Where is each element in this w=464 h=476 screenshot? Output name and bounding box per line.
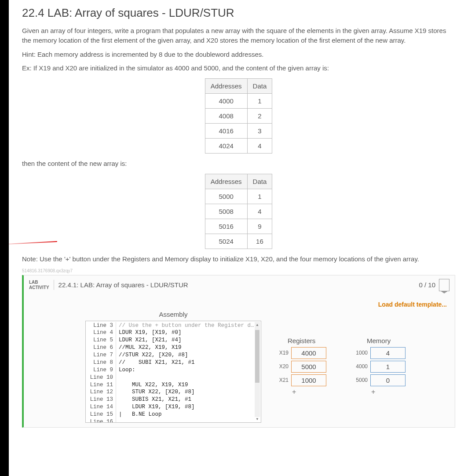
- assembly-line[interactable]: Line 3// Use the + button under the Regi…: [86, 322, 261, 330]
- memory-value[interactable]: 1: [370, 361, 406, 373]
- hint-paragraph: Hint: Each memory address is incremented…: [22, 50, 455, 59]
- line-number: Line 5: [86, 337, 116, 344]
- scroll-down-arrow-icon[interactable]: ▼: [255, 417, 260, 421]
- line-code[interactable]: // Use the + button under the Register d…: [116, 322, 254, 330]
- register-label: X19: [274, 350, 289, 356]
- scroll-up-arrow-icon[interactable]: ▲: [255, 323, 260, 327]
- memory-label: 5000: [354, 377, 368, 383]
- memory-label: 1000: [354, 350, 368, 356]
- score-badge-icon: [439, 279, 449, 291]
- register-value[interactable]: 5000: [291, 361, 326, 373]
- line-number: Line 14: [86, 403, 116, 411]
- load-default-template-link[interactable]: Load default template...: [24, 295, 455, 311]
- assembly-line[interactable]: Line 5LDUR X21, [X21, #4]: [86, 337, 261, 344]
- line-code[interactable]: //STUR X22, [X20, #8]: [116, 352, 188, 359]
- line-number: Line 10: [86, 374, 116, 381]
- line-number: Line 6: [86, 344, 116, 352]
- assembly-line[interactable]: Line 14 LDUR X19, [X19, #8]: [86, 403, 261, 411]
- line-number: Line 13: [86, 396, 116, 403]
- line-code[interactable]: MUL X22, X19, X19: [116, 381, 188, 389]
- assembly-line[interactable]: Line 8// SUBI X21, X21, #1: [86, 359, 261, 366]
- register-row: X19 4000: [274, 347, 340, 359]
- line-code[interactable]: STUR X22, [X20, #8]: [116, 388, 195, 396]
- memory-column: Memory 1000 4 4000 1 5000 0 +: [354, 311, 420, 396]
- memory-row: 1000 4: [354, 347, 420, 359]
- assembly-line[interactable]: Line 10: [86, 374, 261, 381]
- line-code[interactable]: Loop:: [116, 366, 135, 374]
- assembly-editor[interactable]: Line 3// Use the + button under the Regi…: [85, 321, 261, 423]
- table-header-addresses: Addresses: [205, 79, 247, 94]
- line-code[interactable]: [116, 374, 119, 381]
- register-label: X21: [274, 377, 289, 383]
- table-row: 502416: [205, 234, 272, 249]
- line-code[interactable]: | B.NE Loop: [116, 411, 162, 418]
- assembly-line[interactable]: Line 15| B.NE Loop: [86, 411, 261, 418]
- lab-activity-box: LAB ACTIVITY 22.4.1: LAB: Array of squar…: [22, 275, 455, 428]
- main-content: 22.4 LAB: Array of squares - LDUR/STUR G…: [9, 0, 464, 428]
- memory-label: 4000: [354, 363, 368, 370]
- table-header-data: Data: [247, 174, 272, 189]
- assembly-scrollbar[interactable]: ▲ ▼: [255, 322, 260, 417]
- lab-activity-title: 22.4.1: LAB: Array of squares - LDUR/STU…: [58, 281, 419, 289]
- line-code[interactable]: // SUBI X21, X21, #1: [116, 359, 195, 366]
- assembly-line[interactable]: Line 16: [86, 418, 261, 423]
- assembly-line[interactable]: Line 9Loop:: [86, 366, 261, 374]
- line-code[interactable]: LDUR X19, [X19, #0]: [116, 329, 182, 337]
- line-code[interactable]: LDUR X21, [X21, #4]: [116, 337, 182, 344]
- lab-tag-line2: ACTIVITY: [29, 285, 49, 290]
- line-code[interactable]: //MUL X22, X19, X19: [116, 344, 182, 352]
- table-row: 40163: [205, 124, 272, 139]
- line-code[interactable]: SUBIS X21, X21, #1: [116, 396, 191, 403]
- assembly-line[interactable]: Line 11 MUL X22, X19, X19: [86, 381, 261, 389]
- register-row: X20 5000: [274, 361, 340, 373]
- table-row: 50169: [205, 219, 272, 234]
- table-row: 50001: [205, 189, 272, 204]
- memory-value[interactable]: 4: [370, 347, 406, 359]
- add-register-button[interactable]: +: [292, 388, 340, 396]
- line-code[interactable]: [116, 418, 119, 423]
- assembly-header: Assembly: [85, 311, 261, 318]
- line-number: Line 7: [86, 352, 116, 359]
- register-value[interactable]: 4000: [291, 347, 326, 359]
- left-black-strip: [0, 0, 9, 428]
- simulator-area: Assembly Line 3// Use the + button under…: [24, 311, 455, 427]
- intro-paragraph-1: Given an array of four integers, write a…: [22, 26, 455, 45]
- scrollbar-thumb[interactable]: [255, 330, 259, 383]
- assembly-line[interactable]: Line 6//MUL X22, X19, X19: [86, 344, 261, 352]
- assembly-line[interactable]: Line 4LDUR X19, [X19, #0]: [86, 329, 261, 337]
- line-number: Line 4: [86, 329, 116, 337]
- example-intro: Ex: If X19 and X20 are initialized in th…: [22, 63, 455, 73]
- lab-tag: LAB ACTIVITY: [29, 280, 54, 290]
- assembly-line[interactable]: Line 7//STUR X22, [X20, #8]: [86, 352, 261, 359]
- line-number: Line 16: [86, 418, 116, 423]
- hash-id: 514816.3176908.qx3zqy7: [22, 268, 455, 273]
- registers-header: Registers: [288, 337, 340, 344]
- table-row: 40082: [205, 109, 272, 124]
- assembly-line[interactable]: Line 12 STUR X22, [X20, #8]: [86, 388, 261, 396]
- line-code[interactable]: LDUR X19, [X19, #8]: [116, 403, 195, 411]
- memory-value[interactable]: 0: [370, 374, 406, 386]
- page-title: 22.4 LAB: Array of squares - LDUR/STUR: [22, 6, 455, 20]
- table-row: 50084: [205, 204, 272, 219]
- registers-column: Registers X19 4000 X20 5000 X21 1000 +: [274, 311, 340, 396]
- line-number: Line 8: [86, 359, 116, 366]
- register-label: X20: [274, 363, 289, 370]
- output-array-table: Addresses Data 50001 50084 50169 502416: [205, 174, 273, 249]
- line-number: Line 3: [86, 322, 116, 330]
- lab-score: 0 / 10: [419, 281, 435, 289]
- line-number: Line 15: [86, 411, 116, 418]
- input-array-table: Addresses Data 40001 40082 40163 40244: [205, 78, 273, 154]
- table-row: 40001: [205, 94, 272, 109]
- add-memory-button[interactable]: +: [371, 388, 420, 396]
- register-value[interactable]: 1000: [291, 374, 326, 386]
- table-row: 40244: [205, 139, 272, 154]
- table-header-data: Data: [247, 79, 272, 94]
- memory-row: 5000 0: [354, 374, 420, 386]
- memory-header: Memory: [367, 337, 420, 344]
- lab-tag-line1: LAB: [29, 280, 38, 285]
- register-row: X21 1000: [274, 374, 340, 386]
- assembly-line[interactable]: Line 13 SUBIS X21, X21, #1: [86, 396, 261, 403]
- line-number: Line 9: [86, 366, 116, 374]
- table-header-addresses: Addresses: [205, 174, 247, 189]
- note-paragraph: Note: Use the '+' button under the Regis…: [22, 254, 455, 264]
